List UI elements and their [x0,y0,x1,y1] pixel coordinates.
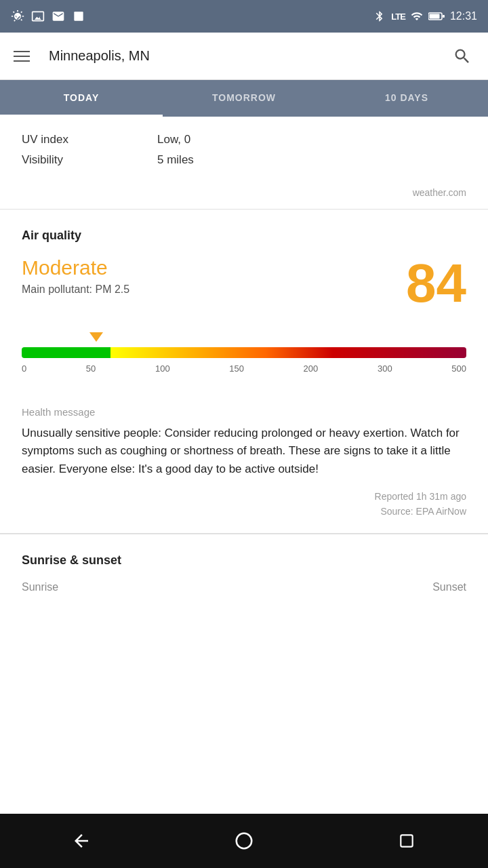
sunset-label: Sunset [432,581,466,593]
lte-icon: LTE [391,12,405,22]
aqi-label-100: 100 [155,363,170,374]
aq-pollutant: Main pollutant: PM 2.5 [22,283,129,296]
svg-rect-0 [74,12,83,20]
back-button[interactable] [54,814,108,868]
health-title: Health message [22,406,466,418]
aqi-indicator [22,332,466,344]
visibility-row: Visibility 5 miles [22,153,466,167]
visibility-value: 5 miles [157,153,194,167]
aqi-label-150: 150 [229,363,244,374]
health-section: Health message Unusually sensitive peopl… [0,398,488,533]
visibility-label: Visibility [22,153,157,167]
home-button[interactable] [217,814,271,868]
uv-visibility-section: UV index Low, 0 Visibility 5 miles [0,117,488,184]
aqi-gradient-bar [22,347,466,358]
menu-button[interactable] [14,44,38,68]
aqi-labels: 0 50 100 150 200 300 500 [22,363,466,374]
weather-attribution: weather.com [0,184,488,209]
image-icon [31,9,45,23]
battery-icon [428,10,445,22]
uv-value: Low, 0 [157,133,190,146]
signal-icon [411,10,423,22]
status-bar-left [11,9,85,23]
sunrise-label: Sunrise [22,581,58,593]
aq-status: Moderate [22,256,129,279]
source-text: Source: EPA AirNow [22,504,466,519]
aqi-label-500: 500 [451,363,466,374]
tab-today[interactable]: TODAY [0,80,163,117]
recents-button[interactable] [380,814,434,868]
uv-row: UV index Low, 0 [22,133,466,146]
mail-icon [52,9,65,23]
reported-time: Reported 1h 31m ago [22,489,466,504]
svg-rect-2 [429,14,439,19]
uv-label: UV index [22,133,157,146]
sunrise-sunset-section: Sunrise & sunset Sunrise Sunset [0,534,488,610]
health-message: Unusually sensitive people: Consider red… [22,425,466,478]
aqi-label-200: 200 [304,363,319,374]
status-bar-right: LTE 12:31 [373,10,477,22]
bluetooth-icon [373,10,386,22]
aqi-triangle-icon [89,332,103,342]
status-bar: LTE 12:31 [0,0,488,33]
search-bar: Minneapolis, MN [0,33,488,80]
sunrise-sunset-title: Sunrise & sunset [22,553,466,568]
sunrise-row: Sunrise Sunset [22,581,466,593]
tab-10days[interactable]: 10 DAYS [325,80,488,117]
status-time: 12:31 [450,10,477,22]
alarm-icon [11,9,24,23]
aqi-bar: 0 50 100 150 200 300 500 [22,332,466,374]
svg-rect-3 [443,15,445,18]
aq-main-row: Moderate Main pollutant: PM 2.5 84 [22,256,466,311]
aq-number: 84 [406,256,466,311]
aq-left: Moderate Main pollutant: PM 2.5 [22,256,129,296]
stop-icon [72,9,85,23]
search-button[interactable] [450,44,474,68]
aqi-label-50: 50 [86,363,96,374]
bottom-nav [0,814,488,868]
location-text: Minneapolis, MN [49,48,450,64]
svg-point-4 [237,833,252,849]
air-quality-title: Air quality [22,229,466,243]
tab-tomorrow[interactable]: TOMORROW [163,80,325,117]
aqi-label-300: 300 [378,363,392,374]
svg-rect-5 [401,835,412,846]
air-quality-section: Air quality Moderate Main pollutant: PM … [0,210,488,398]
tab-bar: TODAY TOMORROW 10 DAYS [0,80,488,117]
aqi-label-0: 0 [22,363,26,374]
health-source: Reported 1h 31m ago Source: EPA AirNow [22,489,466,519]
